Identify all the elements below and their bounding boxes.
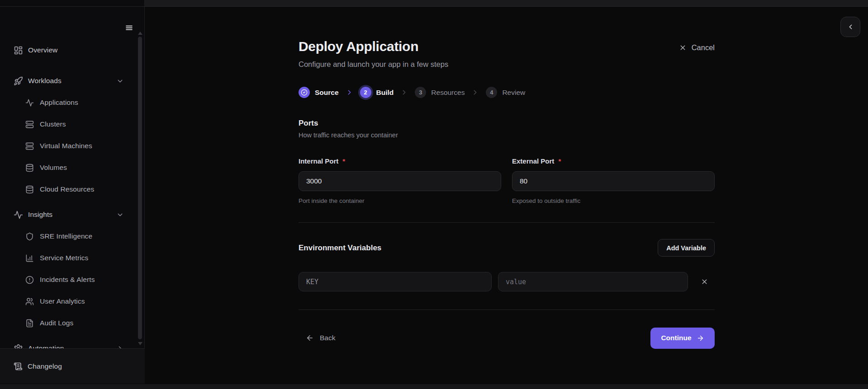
main-area: Deploy Application Configure and launch …: [145, 7, 868, 384]
ports-title: Ports: [299, 119, 715, 128]
env-variable-row: [299, 272, 715, 291]
chevron-down-icon: [116, 77, 124, 85]
sidebar-item-label: Overview: [28, 46, 57, 54]
sidebar-item-label: Changelog: [28, 362, 62, 370]
sidebar-item-label: Volumes: [40, 164, 67, 172]
settings-icon: [14, 344, 23, 349]
sidebar-item-label: Applications: [40, 98, 78, 107]
chevron-right-icon: [346, 89, 353, 96]
cancel-label: Cancel: [692, 43, 715, 52]
bar-chart-icon: [25, 254, 34, 262]
sidebar-item-label: SRE Intelligence: [40, 232, 92, 240]
wizard-actions: Back Continue: [299, 319, 715, 357]
scrollbar-down-arrow[interactable]: [138, 342, 142, 345]
add-variable-button[interactable]: Add Variable: [658, 239, 715, 257]
external-port-helper: Exposed to outside traffic: [512, 197, 715, 204]
env-title: Environment Variables: [299, 244, 381, 253]
arrow-left-icon: [306, 334, 314, 342]
sidebar-nav: Overview Workloads Applications: [0, 7, 145, 348]
bottom-strip: [0, 384, 868, 389]
sidebar-item-label: Clusters: [40, 120, 66, 128]
step-label: Build: [376, 89, 394, 97]
sidebar-item-user-analytics[interactable]: User Analytics: [0, 291, 145, 312]
sidebar-item-automation[interactable]: Automation: [0, 337, 145, 348]
database-icon: [25, 164, 34, 172]
sidebar-item-sre-intelligence[interactable]: SRE Intelligence: [0, 225, 145, 247]
internal-port-field-group: Internal Port * Port inside the containe…: [299, 157, 501, 204]
rocket-icon: [14, 76, 23, 86]
arrow-right-icon: [697, 334, 704, 342]
section-divider: [299, 309, 715, 310]
env-value-input[interactable]: [498, 272, 688, 291]
sidebar-item-workloads[interactable]: Workloads: [0, 70, 145, 92]
remove-variable-button[interactable]: [701, 278, 708, 286]
chevron-down-icon: [116, 211, 124, 219]
scrollbar-up-arrow[interactable]: [138, 32, 142, 35]
scroll-icon: [14, 362, 23, 371]
sidebar-item-label: User Analytics: [40, 297, 85, 305]
wizard-stepper: Source 2 Build 3 Resources: [299, 87, 715, 98]
x-icon: [701, 278, 708, 286]
dashboard-icon: [14, 46, 23, 55]
page-title: Deploy Application: [299, 39, 715, 54]
ports-fields: Internal Port * Port inside the containe…: [299, 157, 715, 204]
wizard-panel: Deploy Application Configure and launch …: [299, 7, 715, 357]
chevron-right-icon: [400, 89, 408, 96]
cancel-button[interactable]: Cancel: [679, 43, 715, 52]
sidebar-item-cloud-resources[interactable]: Cloud Resources: [0, 178, 145, 200]
database-icon: [25, 185, 34, 194]
shield-icon: [25, 232, 34, 241]
sidebar-footer: Changelog: [0, 348, 145, 384]
required-asterisk: *: [558, 157, 561, 165]
scrollbar-thumb[interactable]: [138, 37, 142, 339]
sidebar-item-insights[interactable]: Insights: [0, 204, 145, 225]
sidebar-item-virtual-machines[interactable]: Virtual Machines: [0, 135, 145, 157]
sidebar-item-label: Virtual Machines: [40, 142, 92, 150]
chevron-right-icon: [116, 345, 124, 349]
env-key-input[interactable]: [299, 272, 492, 291]
sidebar: Overview Workloads Applications: [0, 7, 145, 384]
server-icon: [25, 120, 34, 129]
sidebar-item-label: Workloads: [28, 77, 62, 85]
menu-icon[interactable]: [123, 22, 135, 33]
chevron-right-icon: [471, 89, 479, 96]
sidebar-item-clusters[interactable]: Clusters: [0, 113, 145, 135]
sidebar-item-applications[interactable]: Applications: [0, 92, 145, 113]
sidebar-item-overview[interactable]: Overview: [0, 39, 145, 61]
app-root: Overview Workloads Applications: [0, 0, 868, 389]
continue-button[interactable]: Continue: [650, 328, 715, 349]
top-bar-main-segment: [145, 0, 868, 6]
sidebar-item-label: Incidents & Alerts: [40, 276, 95, 284]
ports-description: How traffic reaches your container: [299, 131, 715, 139]
step-source[interactable]: Source: [299, 87, 339, 98]
sidebar-item-incidents-alerts[interactable]: Incidents & Alerts: [0, 269, 145, 291]
step-review[interactable]: 4 Review: [486, 87, 525, 98]
ports-section-header: Ports How traffic reaches your container: [299, 119, 715, 139]
sidebar-item-service-metrics[interactable]: Service Metrics: [0, 247, 145, 269]
top-bar-sidebar-segment: [0, 0, 145, 6]
collapse-panel-button[interactable]: [840, 17, 860, 37]
sidebar-item-label: Insights: [28, 211, 52, 219]
file-text-icon: [25, 319, 34, 328]
sidebar-item-label: Automation: [28, 344, 64, 348]
sidebar-item-changelog[interactable]: Changelog: [14, 356, 62, 377]
step-build[interactable]: 2 Build: [360, 87, 394, 98]
step-resources[interactable]: 3 Resources: [415, 87, 465, 98]
chevron-left-icon: [847, 23, 854, 31]
section-divider: [299, 222, 715, 223]
sidebar-item-label: Audit Logs: [40, 319, 73, 327]
back-button[interactable]: Back: [306, 334, 335, 342]
internal-port-input[interactable]: [299, 171, 501, 191]
step-label: Resources: [431, 89, 465, 97]
sidebar-scrollbar[interactable]: [137, 7, 143, 348]
circle-check-icon: [299, 87, 310, 98]
sidebar-item-audit-logs[interactable]: Audit Logs: [0, 312, 145, 334]
external-port-field-group: External Port * Exposed to outside traff…: [512, 157, 715, 204]
env-section-header: Environment Variables Add Variable: [299, 239, 715, 257]
wizard-header: Deploy Application Configure and launch …: [299, 7, 715, 69]
activity-icon: [14, 210, 23, 220]
sidebar-item-volumes[interactable]: Volumes: [0, 157, 145, 178]
external-port-input[interactable]: [512, 171, 715, 191]
back-label: Back: [320, 334, 335, 342]
internal-port-helper: Port inside the container: [299, 197, 501, 204]
